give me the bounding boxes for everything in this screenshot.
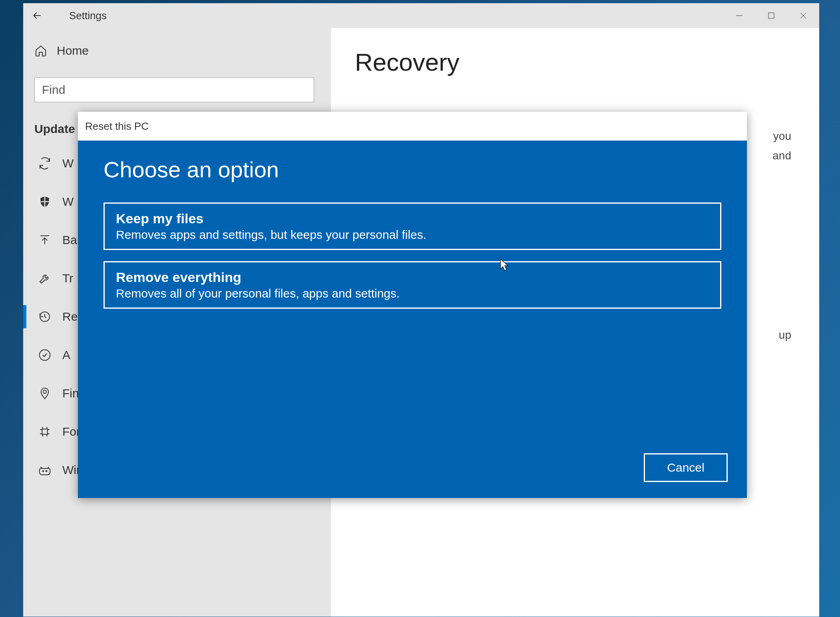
sidebar-item-label: Tr [62, 272, 73, 285]
search-placeholder: Find [42, 83, 65, 97]
sidebar-item-label: Re [62, 310, 78, 323]
page-title: Recovery [355, 48, 795, 76]
location-icon [38, 387, 51, 400]
dialog-titlebar: Reset this PC [78, 112, 747, 141]
wrench-icon [38, 272, 51, 285]
close-button[interactable] [787, 3, 819, 28]
reset-pc-dialog: Reset this PC Choose an option Keep my f… [78, 112, 747, 498]
option-desc: Removes apps and settings, but keeps you… [116, 228, 709, 242]
dev-icon [38, 425, 51, 438]
history-icon [38, 310, 51, 323]
dialog-titlebar-text: Reset this PC [85, 120, 149, 133]
sidebar-item-label: A [62, 348, 70, 362]
minimize-icon [735, 12, 743, 20]
back-button[interactable] [23, 3, 51, 28]
svg-rect-5 [42, 429, 47, 434]
home-icon [34, 44, 47, 57]
cancel-button-label: Cancel [667, 461, 704, 474]
upload-icon [38, 234, 51, 246]
maximize-icon [768, 12, 775, 19]
sidebar-item-home[interactable]: Home [34, 44, 320, 58]
svg-point-3 [40, 350, 50, 361]
sidebar-item-label: W [62, 157, 74, 170]
option-desc: Removes all of your personal files, apps… [116, 287, 709, 300]
option-remove-everything[interactable]: Remove everything Removes all of your pe… [104, 261, 721, 309]
titlebar: Settings [23, 3, 819, 28]
sidebar-item-label: W [62, 195, 74, 208]
option-title: Remove everything [116, 270, 709, 285]
cat-icon [38, 464, 51, 476]
cancel-button[interactable]: Cancel [644, 453, 728, 482]
arrow-left-icon [31, 10, 43, 22]
svg-rect-1 [768, 13, 774, 18]
sidebar-home-label: Home [57, 44, 89, 58]
maximize-button[interactable] [755, 3, 787, 28]
check-circle-icon [38, 349, 51, 361]
window-title: Settings [69, 10, 107, 22]
search-input[interactable]: Find [34, 77, 314, 102]
svg-point-7 [46, 470, 47, 472]
sync-icon [38, 157, 51, 170]
minimize-button[interactable] [723, 3, 755, 28]
svg-point-6 [43, 470, 44, 472]
sidebar-item-label: Ba [62, 233, 77, 247]
window-controls [723, 3, 819, 28]
svg-point-4 [43, 390, 46, 393]
dialog-body: Choose an option Keep my files Removes a… [78, 141, 747, 498]
option-keep-my-files[interactable]: Keep my files Removes apps and settings,… [104, 202, 721, 250]
option-title: Keep my files [116, 211, 709, 226]
close-icon [799, 12, 807, 20]
shield-icon [38, 195, 51, 208]
dialog-heading: Choose an option [104, 157, 721, 183]
